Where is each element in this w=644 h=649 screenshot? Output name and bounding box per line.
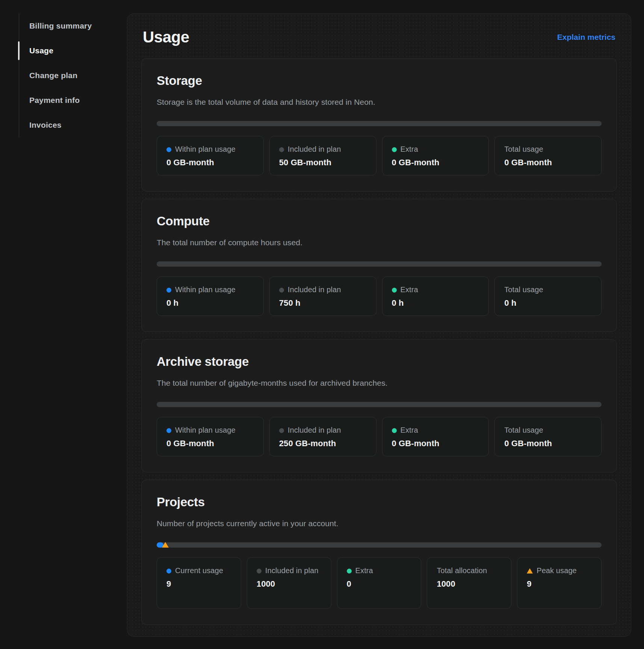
- section-description: The total number of compute hours used.: [157, 238, 602, 247]
- stat-label: Peak usage: [537, 566, 577, 575]
- stat-dot-icon: [279, 428, 284, 433]
- sidebar-item-invoices[interactable]: Invoices: [29, 113, 116, 137]
- stat-value: 9: [527, 579, 592, 589]
- stat-label-row: Extra: [392, 144, 479, 154]
- stat-label: Total usage: [504, 426, 543, 434]
- stat-value: 1000: [257, 579, 322, 589]
- stat-label: Included in plan: [288, 285, 341, 294]
- stat-value: 0 h: [504, 298, 592, 308]
- stat-cards: Within plan usage 0 h Included in plan 7…: [157, 276, 602, 316]
- stat-label: Within plan usage: [175, 285, 236, 294]
- stat-dot-icon: [166, 147, 171, 152]
- sidebar-item-billing-summary[interactable]: Billing summary: [29, 14, 116, 38]
- stat-label-row: Within plan usage: [166, 425, 254, 435]
- section-title: Storage: [157, 74, 602, 88]
- sidebar-item-label: Payment info: [29, 96, 80, 105]
- stat-label: Included in plan: [288, 426, 341, 434]
- stat-dot-icon: [166, 428, 171, 433]
- stat-label: Included in plan: [288, 145, 341, 153]
- stat-card-compute-within-plan-usage: Within plan usage 0 h: [157, 276, 264, 316]
- section-title: Compute: [157, 214, 602, 228]
- stat-value: 0 GB-month: [166, 158, 254, 168]
- billing-sidebar: Billing summary Usage Change plan Paymen…: [19, 14, 116, 137]
- stat-cards: Current usage 9 Included in plan 1000 Ex…: [157, 557, 602, 609]
- stat-value: 0: [347, 579, 412, 589]
- page-title: Usage: [143, 28, 189, 46]
- stat-card-compute-extra: Extra 0 h: [382, 276, 489, 316]
- stat-value: 0 h: [166, 298, 254, 308]
- stat-label: Extra: [355, 566, 373, 575]
- stat-dot-icon: [347, 569, 352, 574]
- stat-dot-icon: [279, 147, 284, 152]
- stat-label-row: Total allocation: [437, 565, 502, 576]
- stat-value: 0 GB-month: [504, 158, 592, 168]
- stat-label: Included in plan: [265, 566, 319, 575]
- explain-metrics-link[interactable]: Explain metrics: [557, 33, 615, 42]
- stat-dot-icon: [392, 147, 397, 152]
- stat-cards: Within plan usage 0 GB-month Included in…: [157, 136, 602, 175]
- section-description: The total number of gigabyte-months used…: [157, 379, 602, 388]
- stat-dot-icon: [166, 569, 171, 574]
- stat-label: Total usage: [504, 145, 543, 153]
- stat-label: Total allocation: [437, 566, 487, 575]
- stat-value: 0 GB-month: [392, 439, 479, 448]
- sidebar-item-payment-info[interactable]: Payment info: [29, 88, 116, 113]
- stat-card-projects-included-in-plan: Included in plan 1000: [247, 557, 331, 609]
- stat-label-row: Extra: [347, 565, 412, 576]
- stat-cards: Within plan usage 0 GB-month Included in…: [157, 417, 602, 456]
- peak-triangle-icon: [527, 568, 533, 574]
- stat-label: Extra: [401, 285, 418, 294]
- stat-value: 250 GB-month: [279, 439, 367, 448]
- stat-label-row: Included in plan: [279, 284, 367, 295]
- stat-value: 750 h: [279, 298, 367, 308]
- sidebar-item-label: Invoices: [29, 121, 62, 130]
- stat-label: Within plan usage: [175, 145, 236, 153]
- stat-card-projects-peak-usage: Peak usage 9: [517, 557, 602, 609]
- section-archive-storage: Archive storage The total number of giga…: [141, 339, 617, 472]
- stat-card-archive-storage-included-in-plan: Included in plan 250 GB-month: [269, 417, 376, 456]
- stat-card-projects-extra: Extra 0: [337, 557, 422, 609]
- section-compute: Compute The total number of compute hour…: [141, 199, 617, 332]
- stat-label-row: Included in plan: [279, 144, 367, 154]
- stat-label-row: Extra: [392, 425, 479, 435]
- sidebar-item-label: Change plan: [29, 71, 77, 80]
- stat-label-row: Total usage: [504, 284, 592, 295]
- usage-progress-bar: [157, 121, 602, 126]
- sections-container: Storage Storage is the total volume of d…: [141, 58, 617, 625]
- stat-label-row: Within plan usage: [166, 284, 254, 295]
- stat-label-row: Peak usage: [527, 565, 592, 576]
- stat-value: 0 h: [392, 298, 479, 308]
- section-description: Storage is the total volume of data and …: [157, 98, 602, 107]
- stat-label-row: Total usage: [504, 425, 592, 435]
- stat-card-storage-within-plan-usage: Within plan usage 0 GB-month: [157, 136, 264, 175]
- stat-value: 0 GB-month: [504, 439, 592, 448]
- stat-label-row: Within plan usage: [166, 144, 254, 154]
- usage-progress-bar: [157, 402, 602, 407]
- sidebar-item-usage[interactable]: Usage: [29, 38, 116, 63]
- stat-label-row: Included in plan: [279, 425, 367, 435]
- stat-label: Total usage: [504, 285, 543, 294]
- stat-card-projects-current-usage: Current usage 9: [157, 557, 241, 609]
- stat-card-storage-total-usage: Total usage 0 GB-month: [494, 136, 602, 175]
- stat-label: Extra: [401, 145, 418, 153]
- stat-card-projects-total-allocation: Total allocation 1000: [427, 557, 511, 609]
- stat-value: 1000: [437, 579, 502, 589]
- stat-card-archive-storage-total-usage: Total usage 0 GB-month: [494, 417, 602, 456]
- section-description: Number of projects currently active in y…: [157, 519, 602, 528]
- section-title: Archive storage: [157, 355, 602, 369]
- stat-card-archive-storage-within-plan-usage: Within plan usage 0 GB-month: [157, 417, 264, 456]
- stat-label-row: Total usage: [504, 144, 592, 154]
- section-projects: Projects Number of projects currently ac…: [141, 480, 617, 625]
- sidebar-item-change-plan[interactable]: Change plan: [29, 63, 116, 88]
- stat-dot-icon: [257, 569, 262, 574]
- stat-value: 50 GB-month: [279, 158, 367, 168]
- stat-dot-icon: [166, 288, 171, 293]
- usage-progress-bar: [157, 542, 602, 548]
- stat-dot-icon: [392, 288, 397, 293]
- stat-label-row: Extra: [392, 284, 479, 295]
- sidebar-item-label: Usage: [29, 46, 53, 55]
- usage-panel: Usage Explain metrics Storage Storage is…: [127, 14, 631, 637]
- stat-card-storage-extra: Extra 0 GB-month: [382, 136, 489, 175]
- stat-label: Within plan usage: [175, 426, 236, 434]
- stat-card-archive-storage-extra: Extra 0 GB-month: [382, 417, 489, 456]
